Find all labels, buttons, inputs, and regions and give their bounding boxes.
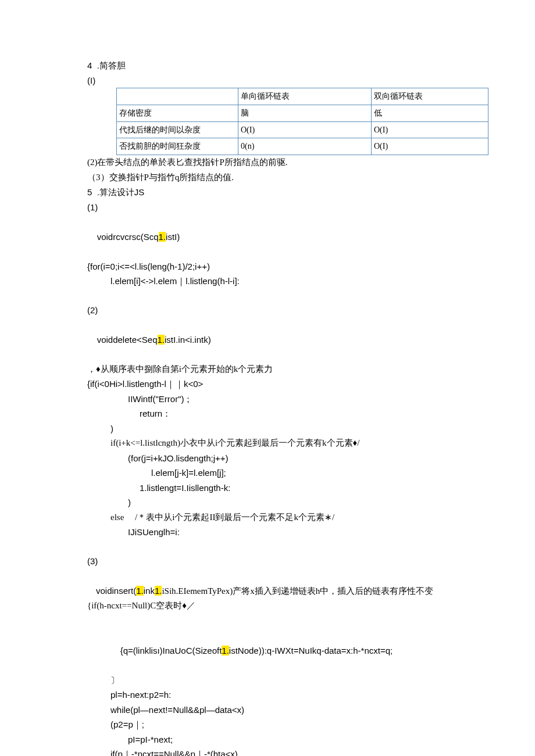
cell: O(I) [238,121,372,138]
label-2: (2) [87,303,448,318]
code-line: 〕 [87,673,448,688]
highlight: 1. [158,335,165,345]
cell: O(I) [372,138,488,155]
table-row: 代找后继的时间以杂度 O(I) O(I) [117,121,488,138]
code-line: ，♦从顺序表中捌除自第i个元素开始的k个元素力 [87,362,448,377]
code-line: while(pl—next!=Null&&pl—data<x) [87,703,448,718]
label-I: (I) [87,73,448,88]
highlight: 1. [222,646,229,655]
heading-5: 5 .算法设计JS [87,185,448,200]
cell [117,88,238,105]
label-1: (1) [87,200,448,215]
cell: 存储密度 [117,105,238,121]
cell: 双向循环链表 [372,88,488,105]
cell: 脑 [238,105,372,121]
document-page: 4 .简答胆 (I) 单向循环链表 双向循环链表 存储密度 脑 低 代找后继的时… [0,0,535,756]
code-line: voiddelete<Seq1.istI.in<i.intk) [87,317,448,362]
highlight: 1. [155,586,162,596]
code-line: {if(i<0Hi>l.listlength-l｜｜k<0> [87,377,448,392]
paragraph-2: (2)在带头结点的单於表匕查找指针P所指结点的前驱. [87,155,448,170]
code-line: if(p｜-*ncxt==Null&&p｜-*(hta<x) [87,747,448,756]
code-line: {q=(linklisı)InaUoC(Sizeoft1.istNode)):q… [87,628,448,673]
code-text: voidrcvcrsc(Scq [97,232,159,242]
cell: 单向循环链表 [238,88,372,105]
cell: O(I) [372,121,488,138]
code-text: {q=(linklisı)InaUoC(Sizeoft [120,646,222,655]
code-line: voidinsert(1.ink1.iSih.EIememTyPex)产将x插入… [87,568,448,628]
paragraph-3: （3）交换指针P与指竹q所指结点的值. [87,170,448,185]
code-text: istI) [166,232,180,242]
code-line: 1.listlengt=I.Iisllength-k: [87,481,448,496]
code-line: (p2=p｜; [87,717,448,732]
code-line: else /＊表中从i个元素起II到最后一个元素不足k个元素∗/ [87,510,448,525]
table-row: 单向循环链表 双向循环链表 [117,88,488,105]
code-line: if(i+k<=l.listlcngth)小衣中从i个元素起到最后一个元素有k个… [87,436,448,451]
code-text: voidinsert( [96,586,136,596]
code-line: pl=h-next:p2=h: [87,687,448,703]
code-line: (for(j=i+kJO.lisdength;j++) [87,451,448,466]
cell: 0(n) [238,138,372,155]
code-line: ) [87,421,448,436]
cell: 代找后继的时间以杂度 [117,121,238,138]
code-line: pI=pI-*next; [87,732,448,747]
code-line: l.elem[i]<->l.elem｜l.listleng(h-l-i]: [87,274,448,289]
cell: 低 [372,105,488,121]
label-3: (3) [87,554,448,569]
code-line: ) [87,495,448,510]
cell: 否找前胆的时间狂杂度 [117,138,238,155]
code-line: return： [87,406,448,421]
heading-4: 4 .简答胆 [87,58,448,73]
code-line: IJiSUenglh=i: [87,525,448,540]
code-line: l.elem[j-k]=l.elem[j]; [87,465,448,481]
code-text: istI.in<i.intk) [165,335,211,345]
highlight: 1. [159,232,166,242]
comparison-table: 单向循环链表 双向循环链表 存储密度 脑 低 代找后继的时间以杂度 O(I) O… [116,88,488,155]
table-row: 否找前胆的时间狂杂度 0(n) O(I) [117,138,488,155]
code-text: voiddelete<Seq [97,335,158,345]
code-text: istNode)):q-IWXt=NuIkq-data=x:h-*ncxt=q; [229,646,393,655]
code-line: IIWintf("Error")； [87,392,448,407]
code-text: ink [144,586,155,596]
table-row: 存储密度 脑 低 [117,105,488,121]
code-line: voidrcvcrsc(Scq1.istI) [87,214,448,259]
code-line: {for(i=0;i<=<l.lis(leng(h-1)/2;i++) [87,259,448,274]
highlight: 1. [136,586,144,596]
